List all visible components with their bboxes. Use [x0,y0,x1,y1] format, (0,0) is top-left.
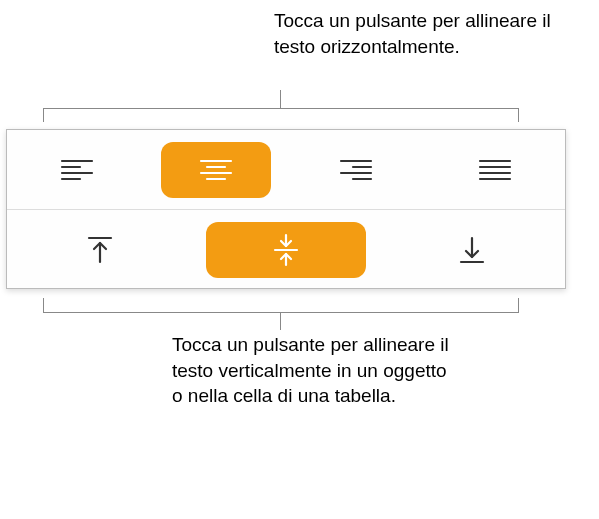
leader-line [280,312,281,330]
align-left-icon [60,158,94,182]
leader-line [43,312,519,313]
align-left-button[interactable] [22,142,132,198]
leader-line [280,90,281,108]
align-right-button[interactable] [301,142,411,198]
align-justify-icon [478,158,512,182]
leader-line [518,298,519,312]
leader-line [43,108,519,109]
leader-line [43,298,44,312]
alignment-panel [6,129,566,289]
horizontal-align-row [7,130,565,210]
align-right-icon [339,158,373,182]
valign-middle-button[interactable] [206,222,366,278]
leader-line [518,108,519,122]
valign-bottom-button[interactable] [392,222,552,278]
valign-middle-icon [272,233,300,267]
valign-top-icon [86,235,114,265]
callout-top: Tocca un pulsante per allineare il testo… [274,8,564,59]
valign-top-button[interactable] [20,222,180,278]
align-center-button[interactable] [161,142,271,198]
vertical-align-row [7,210,565,290]
leader-line [43,108,44,122]
align-justify-button[interactable] [440,142,550,198]
align-center-icon [199,158,233,182]
valign-bottom-icon [458,235,486,265]
callout-bottom: Tocca un pulsante per allineare il testo… [172,332,462,409]
